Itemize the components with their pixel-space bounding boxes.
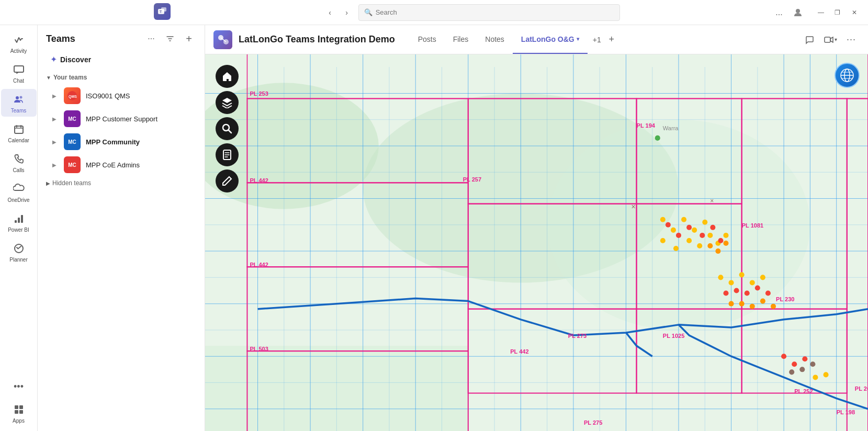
- svg-text:PL 252: PL 252: [794, 388, 813, 394]
- more-options-button[interactable]: ...: [772, 5, 786, 20]
- svg-rect-9: [18, 218, 20, 223]
- svg-text:PL 442: PL 442: [250, 262, 268, 268]
- svg-point-103: [739, 272, 745, 277]
- svg-point-104: [750, 280, 755, 285]
- back-button[interactable]: ‹: [323, 5, 337, 20]
- sidebar-item-calendar[interactable]: Calendar: [1, 119, 37, 146]
- svg-point-86: [673, 246, 679, 251]
- svg-point-91: [723, 233, 728, 238]
- svg-point-84: [702, 220, 707, 225]
- layers-tool-button[interactable]: [216, 91, 239, 114]
- more-apps-button[interactable]: •••: [1, 376, 37, 397]
- report-tool-button[interactable]: [216, 143, 239, 166]
- svg-text:PL 253: PL 253: [250, 90, 268, 97]
- sidebar-item-powerbi[interactable]: Power BI: [1, 208, 37, 236]
- svg-rect-4: [14, 66, 24, 72]
- title-bar: T ‹ › 🔍 ... — ❐ ✕: [0, 0, 868, 25]
- svg-text:PL 198: PL 198: [837, 409, 855, 415]
- add-team-button[interactable]: +: [182, 31, 196, 46]
- team-avatar-mpp-coe: MC: [64, 156, 81, 173]
- sidebar-item-teams[interactable]: Teams: [1, 89, 37, 117]
- your-teams-section[interactable]: ▼ Your teams: [38, 71, 205, 84]
- tab-posts[interactable]: Posts: [410, 25, 445, 54]
- sidebar-item-activity[interactable]: Activity: [1, 29, 37, 57]
- more-icon: •••: [12, 379, 26, 394]
- search-input[interactable]: [376, 8, 614, 16]
- team-item-iso[interactable]: ▶ QMS ISO9001 QMS: [38, 84, 205, 107]
- activity-label: Activity: [10, 48, 27, 54]
- svg-text:PL 442: PL 442: [510, 348, 528, 355]
- svg-text:T: T: [160, 10, 162, 14]
- tab-latlongo[interactable]: LatLonGo O&G ▾: [513, 25, 588, 54]
- more-tabs-button[interactable]: +1: [590, 32, 604, 47]
- close-button[interactable]: ✕: [847, 5, 862, 20]
- teams-panel-header: Teams ··· +: [38, 25, 205, 50]
- svg-rect-13: [19, 405, 23, 409]
- profile-button[interactable]: [791, 5, 805, 20]
- video-button[interactable]: ▾: [822, 31, 839, 48]
- chat-button[interactable]: [801, 31, 818, 48]
- sidebar-item-planner[interactable]: Planner: [1, 238, 37, 266]
- tab-files[interactable]: Files: [445, 25, 477, 54]
- svg-text:PL 275: PL 275: [584, 419, 602, 426]
- home-tool-button[interactable]: [216, 65, 239, 88]
- channel-header-right: ▾ ···: [801, 31, 860, 48]
- svg-point-119: [789, 369, 794, 375]
- teams-label: Teams: [11, 108, 26, 114]
- map-toolbar: [216, 65, 239, 192]
- tab-notes[interactable]: Notes: [477, 25, 513, 54]
- svg-point-111: [729, 301, 734, 307]
- teams-icon: [12, 92, 26, 107]
- svg-text:QMS: QMS: [69, 95, 77, 99]
- section-chevron: ▼: [46, 75, 51, 81]
- team-item-mpp-support[interactable]: ▶ MC MPP Customer Support: [38, 107, 205, 130]
- discover-section[interactable]: ✦ Discover: [42, 50, 200, 69]
- team-item-mpp-community[interactable]: ▶ MC MPP Community: [38, 130, 205, 153]
- sidebar-nav: Activity Chat Teams: [0, 25, 38, 431]
- minimize-button[interactable]: —: [814, 5, 828, 20]
- search-icon: 🔍: [364, 8, 373, 16]
- svg-point-82: [681, 217, 686, 222]
- channel-title: LatLonGo Teams Integration Demo: [239, 34, 395, 45]
- svg-point-88: [697, 243, 702, 248]
- svg-point-92: [666, 222, 671, 228]
- svg-point-121: [810, 361, 815, 367]
- tab-dropdown-icon: ▾: [577, 36, 579, 42]
- onedrive-icon: [12, 182, 26, 196]
- chat-label: Chat: [13, 78, 24, 84]
- channel-logo: [213, 30, 232, 49]
- svg-point-3: [796, 9, 800, 13]
- search-tool-button[interactable]: [216, 117, 239, 140]
- channel-more-button[interactable]: ···: [843, 31, 860, 48]
- teams-app-logo: T: [154, 3, 171, 20]
- sidebar-item-onedrive[interactable]: OneDrive: [1, 178, 37, 206]
- apps-label: Apps: [13, 418, 25, 424]
- svg-point-87: [686, 238, 692, 243]
- add-tab-button[interactable]: +: [604, 32, 619, 47]
- search-bar[interactable]: 🔍: [358, 4, 620, 21]
- calendar-label: Calendar: [8, 138, 29, 143]
- svg-point-80: [660, 217, 666, 222]
- filter-button[interactable]: [163, 31, 177, 46]
- team-item-mpp-coe[interactable]: ▶ MC MPP CoE Admins: [38, 153, 205, 176]
- edit-tool-button[interactable]: [216, 169, 239, 192]
- svg-point-120: [799, 367, 805, 372]
- svg-point-5: [16, 96, 19, 99]
- more-options-button[interactable]: ···: [144, 31, 159, 46]
- svg-point-96: [710, 225, 715, 230]
- hidden-teams-section[interactable]: ▶ Hidden teams: [38, 176, 205, 190]
- svg-rect-7: [15, 126, 23, 133]
- svg-point-115: [771, 304, 776, 309]
- onedrive-label: OneDrive: [7, 197, 29, 203]
- sidebar-item-calls[interactable]: Calls: [1, 149, 37, 176]
- svg-text:PL 503: PL 503: [250, 346, 268, 352]
- maximize-button[interactable]: ❐: [830, 5, 845, 20]
- forward-button[interactable]: ›: [340, 5, 354, 20]
- planner-label: Planner: [9, 257, 27, 263]
- sidebar-item-apps[interactable]: Apps: [1, 399, 37, 427]
- svg-point-107: [734, 288, 739, 293]
- video-chevron-icon: ▾: [835, 37, 837, 42]
- sidebar-item-chat[interactable]: Chat: [1, 59, 37, 87]
- svg-point-124: [655, 135, 660, 141]
- svg-text:×: ×: [632, 202, 636, 211]
